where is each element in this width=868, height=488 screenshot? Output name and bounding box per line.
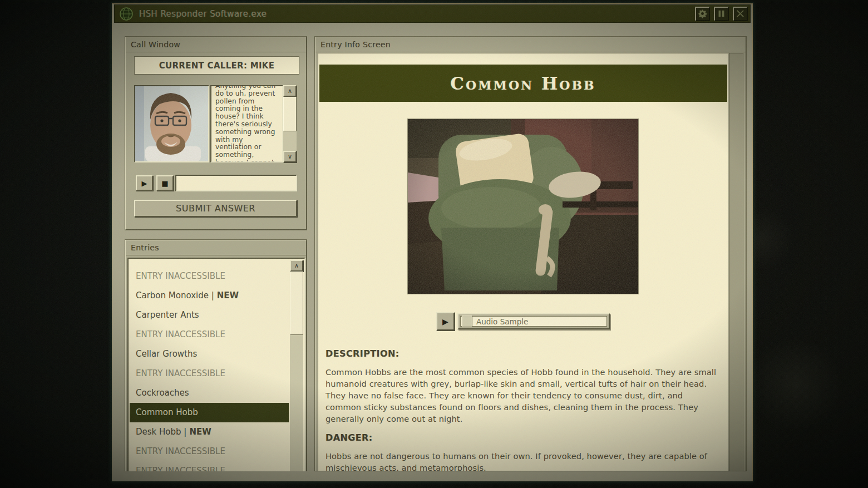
entries-panel: Entries ENTRY INACCESSIBLE Carbon Monoxi…: [125, 240, 307, 471]
audio-slider-handle[interactable]: [462, 316, 472, 327]
audio-slider[interactable]: Audio Sample: [457, 313, 610, 329]
entry-row[interactable]: Carbon Monoxide |NEW: [130, 286, 289, 305]
transcript-text: Anything you can do to uh, prevent polle…: [215, 85, 280, 162]
transcript-scrollbar[interactable]: ∧ ∨: [283, 85, 297, 162]
scroll-up-button[interactable]: ∧: [290, 260, 303, 272]
entry-section: DANGER: Hobbs are not dangerous to human…: [326, 432, 711, 471]
entry-label: Common Hobb: [136, 407, 198, 417]
settings-button[interactable]: [695, 7, 710, 21]
stop-icon: ■: [161, 179, 168, 188]
entry-label: ENTRY INACCESSIBLE: [136, 466, 225, 471]
entry-label: ENTRY INACCESSIBLE: [136, 329, 225, 339]
scroll-down-button[interactable]: ∨: [283, 151, 297, 162]
submit-answer-label: SUBMIT ANSWER: [176, 203, 255, 214]
caller-photo: [134, 85, 209, 162]
entry-label: ENTRY INACCESSIBLE: [136, 271, 225, 281]
entry-title: Common Hobb: [450, 73, 595, 93]
entry-label: ENTRY INACCESSIBLE: [136, 446, 225, 456]
entry-row[interactable]: Common Hobb: [130, 403, 289, 422]
current-caller-label: CURRENT CALLER: MIKE: [159, 61, 275, 71]
entry-photo: [408, 119, 638, 294]
entry-row[interactable]: ENTRY INACCESSIBLE: [130, 325, 289, 344]
entry-row[interactable]: ENTRY INACCESSIBLE: [130, 442, 289, 461]
play-icon: ▶: [442, 317, 448, 326]
scrollbar-track[interactable]: [283, 97, 297, 151]
entries-body: ENTRY INACCESSIBLE Carbon Monoxide |NEW …: [127, 258, 305, 471]
current-caller-banner: CURRENT CALLER: MIKE: [134, 56, 299, 75]
call-window-panel-title: Call Window: [126, 37, 306, 52]
audio-slider-track[interactable]: Audio Sample: [460, 316, 607, 327]
section-body: Common Hobbs are the most common species…: [326, 366, 718, 425]
entry-row[interactable]: Desk Hobb |NEW: [130, 422, 289, 442]
stop-call-button[interactable]: ■: [156, 175, 174, 191]
entry-row[interactable]: Carpenter Ants: [130, 305, 289, 325]
answer-input[interactable]: [175, 175, 297, 191]
entry-label: Carbon Monoxide |: [136, 290, 214, 300]
gear-icon: [698, 9, 707, 18]
entry-info-scrollbar[interactable]: [729, 53, 743, 471]
section-heading: DANGER:: [326, 432, 711, 443]
audio-play-button[interactable]: ▶: [436, 312, 455, 331]
entries-list: ENTRY INACCESSIBLE Carbon Monoxide |NEW …: [130, 260, 289, 471]
entry-info-panel-title: Entry Info Screen: [315, 37, 746, 52]
entry-info-panel: Entry Info Screen Common Hobb: [315, 37, 746, 471]
entry-section: DESCRIPTION: Common Hobbs are the most c…: [326, 348, 711, 425]
section-body: Hobbs are not dangerous to humans on the…: [326, 450, 718, 471]
entry-label: Cockroaches: [136, 388, 189, 398]
entry-row[interactable]: Cockroaches: [130, 383, 289, 403]
play-call-button[interactable]: ▶: [136, 175, 153, 191]
window-title: HSH Responder Software.exe: [139, 9, 267, 19]
audio-sample-label: Audio Sample: [476, 317, 528, 326]
caller-avatar: [135, 86, 208, 161]
scrollbar-thumb[interactable]: [290, 272, 303, 335]
pause-icon: [717, 9, 726, 18]
entries-scrollbar[interactable]: ∧ ∨: [290, 260, 303, 471]
entry-row[interactable]: ENTRY INACCESSIBLE: [130, 267, 289, 286]
app-window: HSH Responder Software.exe: [111, 2, 754, 482]
caller-transcript[interactable]: Anything you can do to uh, prevent polle…: [210, 85, 283, 162]
entry-title-banner: Common Hobb: [319, 65, 727, 102]
titlebar: HSH Responder Software.exe: [114, 4, 751, 23]
scroll-up-button[interactable]: ∧: [283, 85, 297, 97]
entry-sections: DESCRIPTION: Common Hobbs are the most c…: [318, 332, 728, 471]
entries-panel-title: Entries: [126, 240, 306, 255]
entry-info-content: Common Hobb: [318, 53, 728, 471]
pause-button[interactable]: [714, 7, 729, 21]
scrollbar-thumb[interactable]: [283, 97, 297, 131]
entry-label: Carpenter Ants: [136, 310, 199, 320]
close-icon: [736, 9, 745, 18]
entry-label: Cellar Growths: [136, 349, 197, 359]
submit-answer-button[interactable]: SUBMIT ANSWER: [134, 200, 297, 217]
entry-row[interactable]: ENTRY INACCESSIBLE: [130, 364, 289, 383]
play-icon: ▶: [142, 179, 147, 188]
entry-row[interactable]: ENTRY INACCESSIBLE: [130, 461, 289, 471]
entry-new-badge: NEW: [189, 427, 211, 437]
entry-new-badge: NEW: [217, 290, 239, 300]
call-window-panel: Call Window CURRENT CALLER: MIKE: [125, 37, 307, 230]
close-button[interactable]: [733, 7, 748, 21]
entry-label: ENTRY INACCESSIBLE: [136, 368, 225, 378]
globe-icon: [119, 7, 134, 21]
entry-row[interactable]: Cellar Growths: [130, 344, 289, 364]
section-heading: DESCRIPTION:: [326, 348, 711, 359]
scrollbar-track[interactable]: [290, 272, 303, 471]
entry-label: Desk Hobb |: [136, 427, 186, 437]
